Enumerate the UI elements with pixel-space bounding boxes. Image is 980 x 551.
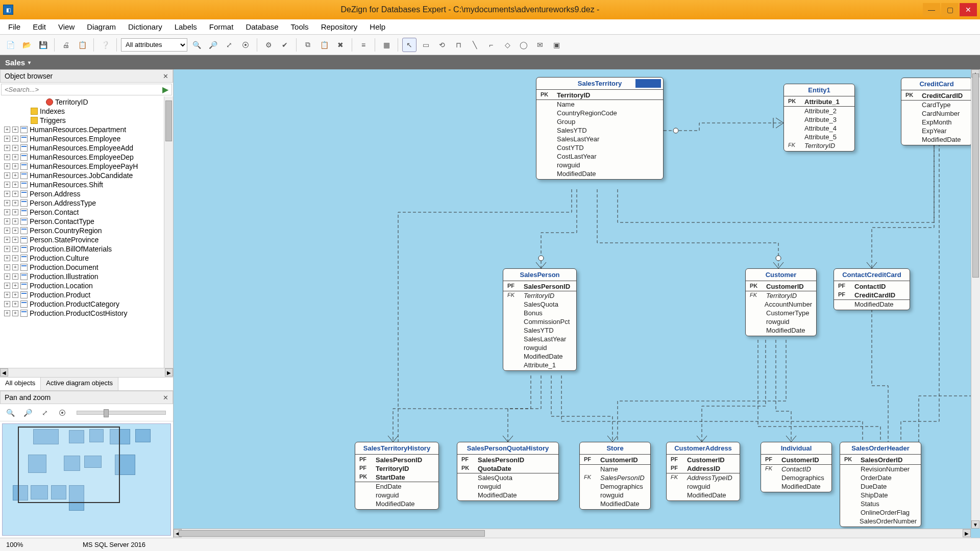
expand-icon[interactable]: +: [4, 154, 10, 160]
expand2-icon[interactable]: +: [12, 191, 18, 197]
menu-tools[interactable]: Tools: [286, 20, 314, 33]
expand-icon[interactable]: +: [4, 246, 10, 252]
zoom-in-icon[interactable]: 🔍: [189, 38, 204, 52]
expand-icon[interactable]: +: [4, 255, 10, 261]
attribute-filter-select[interactable]: All attributes: [121, 38, 187, 52]
subdiagram-icon[interactable]: ▦: [379, 38, 394, 52]
entity-SalesPerson[interactable]: SalesPerson PF SalesPersonID FK Territor…: [503, 268, 577, 371]
expand2-icon[interactable]: +: [12, 218, 18, 224]
menu-repository[interactable]: Repository: [316, 20, 363, 33]
tab-active-diagram-objects[interactable]: Active diagram objects: [41, 378, 118, 390]
expand2-icon[interactable]: +: [12, 292, 18, 298]
expand-icon[interactable]: +: [4, 172, 10, 179]
print-preview-icon[interactable]: 📋: [75, 38, 89, 52]
generate-icon[interactable]: ⚙: [261, 38, 276, 52]
entity-Individual[interactable]: Individual PF CustomerID FK ContactID De…: [761, 442, 832, 492]
expand-icon[interactable]: +: [4, 292, 10, 298]
tree-item[interactable]: + + HumanResources.Department: [0, 125, 173, 134]
hscroll-right-icon[interactable]: ▶: [963, 529, 971, 537]
search-go-icon[interactable]: ▶: [159, 85, 172, 94]
entity-SalesTerritory[interactable]: SalesTerritory PK TerritoryID Name Count…: [536, 77, 664, 180]
close-button[interactable]: ✕: [960, 3, 977, 16]
expand-icon[interactable]: +: [4, 310, 10, 316]
tree-item[interactable]: + + Production.Illustration: [0, 272, 173, 281]
menu-view[interactable]: View: [53, 20, 80, 33]
help-icon[interactable]: ❔: [98, 38, 112, 52]
tree-item[interactable]: + + Production.ProductCostHistory: [0, 309, 173, 318]
menu-diagram[interactable]: Diagram: [82, 20, 121, 33]
validate-icon[interactable]: ✔: [278, 38, 292, 52]
menu-format[interactable]: Format: [204, 20, 239, 33]
entity-Entity1[interactable]: Entity1 PK Attribute_1 Attribute_2 Attri…: [783, 84, 855, 152]
menu-database[interactable]: Database: [240, 20, 283, 33]
expand-icon[interactable]: +: [4, 301, 10, 307]
tree-item[interactable]: + + HumanResources.JobCandidate: [0, 171, 173, 180]
tree-item[interactable]: + + Person.ContactType: [0, 217, 173, 226]
object-tree[interactable]: TerritoryID Indexes Triggers + + HumanRe…: [0, 96, 173, 368]
tree-item[interactable]: + + Production.Location: [0, 281, 173, 290]
expand2-icon[interactable]: +: [12, 283, 18, 289]
tree-item[interactable]: Indexes: [0, 107, 173, 116]
vscroll-down-icon[interactable]: ▼: [971, 520, 979, 529]
open-icon[interactable]: 📂: [19, 38, 34, 52]
expand-icon[interactable]: +: [4, 127, 10, 133]
search-input[interactable]: [2, 84, 159, 95]
expand-icon[interactable]: +: [4, 273, 10, 280]
tree-item[interactable]: + + Production.BillOfMaterials: [0, 244, 173, 254]
view-tool-icon[interactable]: ◯: [517, 38, 531, 52]
entity-SalesPersonQuotaHistory[interactable]: SalesPersonQuotaHistory PF SalesPersonID…: [457, 442, 559, 501]
tree-item[interactable]: + + HumanResources.EmployeePayH: [0, 162, 173, 171]
pan-zoom-close-icon[interactable]: ✕: [163, 394, 168, 402]
expand-icon[interactable]: +: [4, 163, 10, 169]
tree-item[interactable]: + + Person.Contact: [0, 208, 173, 217]
menu-edit[interactable]: Edit: [28, 20, 51, 33]
pan-zoom-minimap[interactable]: [2, 423, 171, 536]
tree-item[interactable]: + + Production.Product: [0, 290, 173, 299]
relationship-tool-icon[interactable]: ⟲: [435, 38, 449, 52]
copy-icon[interactable]: ⧉: [301, 38, 315, 52]
minimize-button[interactable]: —: [923, 3, 940, 16]
pz-actual-icon[interactable]: ⦿: [55, 406, 69, 420]
tab-sales[interactable]: Sales: [5, 58, 25, 67]
note-tool-icon[interactable]: ◇: [500, 38, 514, 52]
tree-item[interactable]: + + HumanResources.EmployeeAdd: [0, 143, 173, 153]
pointer-tool-icon[interactable]: ↖: [402, 38, 416, 52]
expand-icon[interactable]: +: [4, 145, 10, 151]
tree-item[interactable]: + + Person.CountryRegion: [0, 226, 173, 235]
delete-icon[interactable]: ✖: [333, 38, 348, 52]
align-icon[interactable]: ≡: [356, 38, 371, 52]
tree-item[interactable]: + + HumanResources.EmployeeDep: [0, 153, 173, 162]
expand-icon[interactable]: +: [4, 218, 10, 224]
zoom-out-icon[interactable]: 🔎: [206, 38, 220, 52]
maximize-button[interactable]: ▢: [941, 3, 959, 16]
print-icon[interactable]: 🖨: [59, 38, 73, 52]
tree-item[interactable]: + + HumanResources.Employee: [0, 134, 173, 143]
tree-item[interactable]: + + Production.ProductCategory: [0, 299, 173, 309]
expand-icon[interactable]: +: [4, 191, 10, 197]
menu-file[interactable]: File: [3, 20, 26, 33]
tree-item[interactable]: + + Person.AddressType: [0, 198, 173, 208]
expand2-icon[interactable]: +: [12, 301, 18, 307]
expand2-icon[interactable]: +: [12, 127, 18, 133]
expand2-icon[interactable]: +: [12, 163, 18, 169]
pz-zoom-in-icon[interactable]: 🔍: [3, 406, 17, 420]
relationship2-tool-icon[interactable]: ⊓: [451, 38, 465, 52]
entity-tool-icon[interactable]: ▭: [419, 38, 433, 52]
pz-fit-icon[interactable]: ⤢: [38, 406, 52, 420]
zoom-fit-icon[interactable]: ⤢: [222, 38, 236, 52]
zoom-100-icon[interactable]: ⦿: [238, 38, 253, 52]
menu-help[interactable]: Help: [364, 20, 390, 33]
canvas-vscrollbar[interactable]: ▲ ▼: [971, 69, 980, 529]
line2-tool-icon[interactable]: ⌐: [484, 38, 498, 52]
expand2-icon[interactable]: +: [12, 172, 18, 179]
tree-item[interactable]: + + Person.StateProvince: [0, 235, 173, 244]
entity-CustomerAddress[interactable]: CustomerAddress PF CustomerID PF Address…: [666, 442, 740, 501]
tree-item[interactable]: Triggers: [0, 116, 173, 125]
diagram-canvas[interactable]: Use the alter database functionality whe…: [174, 69, 980, 538]
tree-item[interactable]: + + Person.Address: [0, 189, 173, 198]
tree-item[interactable]: + + Production.Document: [0, 263, 173, 272]
new-icon[interactable]: 📄: [3, 38, 17, 52]
tab-dropdown-icon[interactable]: ▾: [28, 60, 31, 65]
expand-icon[interactable]: +: [4, 237, 10, 243]
save-icon[interactable]: 💾: [36, 38, 50, 52]
